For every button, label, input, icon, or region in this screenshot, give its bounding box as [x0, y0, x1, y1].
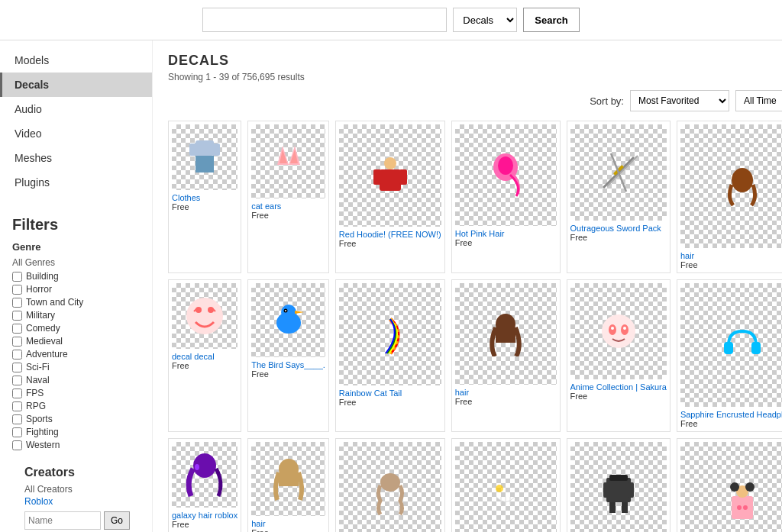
item-thumb-inner — [584, 456, 651, 524]
filter-label-sports[interactable]: Sports — [26, 414, 53, 424]
filter-label-medieval[interactable]: Medieval — [26, 336, 63, 347]
filter-label-sci-fi[interactable]: Sci-Fi — [26, 362, 50, 372]
sidebar-nav-item-meshes[interactable]: Meshes — [0, 146, 152, 170]
sidebar-nav-item-models[interactable]: Models — [0, 48, 152, 73]
item-card[interactable]: Outrageous Sword PackFree — [567, 121, 671, 273]
item-card[interactable]: cat earsFree — [247, 121, 329, 273]
svg-rect-9 — [380, 169, 401, 191]
item-name[interactable]: Outrageous Sword Pack — [570, 224, 667, 233]
item-name[interactable]: Anime Collection | Sakura — [570, 382, 667, 392]
item-thumbnail — [570, 124, 667, 221]
item-name[interactable]: Hot Pink Hair — [455, 229, 557, 238]
filter-checkbox-fighting[interactable] — [12, 427, 22, 437]
time-select[interactable]: All TimePast DayPast WeekPast MonthPast … — [735, 90, 782, 111]
sidebar-nav-item-decals[interactable]: Decals — [0, 73, 152, 97]
item-name[interactable]: hair — [251, 519, 325, 528]
item-price: Free — [680, 419, 782, 428]
filter-checkbox-sci-fi[interactable] — [12, 363, 22, 372]
item-name[interactable]: Sapphire Encrusted Headphones — [680, 410, 782, 419]
filter-item-fighting: Fighting — [12, 427, 140, 437]
filter-item-fps: FPS — [12, 388, 140, 398]
filter-label-comedy[interactable]: Comedy — [26, 323, 60, 334]
search-button[interactable]: Search — [523, 8, 579, 32]
creator-name-row: Go — [24, 511, 128, 530]
sort-select[interactable]: Most FavoritedRelevanceRecently UpdatedM… — [630, 90, 729, 111]
item-card[interactable]: decal decalFree — [168, 279, 241, 432]
filter-checkbox-fps[interactable] — [12, 389, 22, 398]
svg-rect-51 — [628, 482, 634, 498]
item-name[interactable]: Clothes — [172, 193, 238, 202]
svg-rect-50 — [603, 482, 609, 498]
item-name[interactable]: galaxy hair roblox — [172, 511, 238, 520]
filter-checkbox-rpg[interactable] — [12, 401, 22, 411]
item-name[interactable]: hair — [455, 388, 557, 397]
item-price: Free — [455, 397, 557, 406]
item-card[interactable]: hairFree — [451, 279, 561, 432]
sidebar-nav-item-audio[interactable]: Audio — [0, 97, 152, 121]
item-name[interactable]: Rainbow Cat Tail — [339, 389, 441, 398]
item-thumbnail — [455, 442, 557, 532]
filter-label-building[interactable]: Building — [26, 271, 59, 282]
sidebar-nav-item-video[interactable]: Video — [0, 121, 152, 146]
item-price: Free — [339, 398, 441, 407]
item-thumbnail — [339, 283, 441, 385]
svg-point-13 — [498, 156, 513, 175]
svg-point-35 — [623, 327, 626, 330]
item-card[interactable]: Pink Micky Mouse PJsFree — [677, 438, 782, 532]
item-card[interactable]: Shiny Teeth + Golden PupilFree — [451, 438, 561, 532]
item-thumbnail — [570, 283, 667, 379]
filter-label-rpg[interactable]: RPG — [26, 401, 46, 411]
item-card[interactable]: Anime Collection | SakuraFree — [567, 279, 671, 432]
filter-checkbox-western[interactable] — [12, 440, 22, 450]
sidebar-nav-item-plugins[interactable]: Plugins — [0, 170, 152, 195]
category-select[interactable]: ModelsDecalsAudioVideoMeshesPlugins — [453, 8, 517, 32]
filter-label-military[interactable]: Military — [26, 310, 55, 321]
item-thumb-inner — [354, 298, 426, 370]
filter-item-western: Western — [12, 440, 140, 450]
item-name[interactable]: Red Hoodie! (FREE NOW!) — [339, 230, 441, 239]
filter-checkbox-horror[interactable] — [12, 285, 22, 295]
filter-checkbox-medieval[interactable] — [12, 337, 22, 347]
item-name[interactable]: The Bird Says____. — [251, 360, 325, 369]
roblox-creator-link[interactable]: Roblox — [24, 496, 128, 507]
item-thumb-inner — [584, 298, 651, 365]
filter-label-town-and-city[interactable]: Town and City — [26, 297, 83, 308]
filter-checkbox-military[interactable] — [12, 311, 22, 321]
creator-name-input[interactable] — [24, 511, 101, 530]
filter-checkbox-naval[interactable] — [12, 376, 22, 385]
item-price: Free — [680, 260, 782, 269]
item-name[interactable]: decal decal — [172, 352, 238, 361]
item-card[interactable]: MilitaryFree — [567, 438, 671, 532]
item-card[interactable]: The Bird Says____.Free — [247, 279, 329, 432]
filter-checkbox-sports[interactable] — [12, 414, 22, 424]
item-name[interactable]: hair — [680, 251, 782, 260]
filter-checkbox-comedy[interactable] — [12, 324, 22, 334]
item-card[interactable]: Sapphire Encrusted HeadphonesFree — [677, 279, 782, 432]
item-thumbnail — [251, 124, 325, 198]
filter-label-fps[interactable]: FPS — [26, 388, 44, 398]
filter-label-adventure[interactable]: Adventure — [26, 349, 68, 360]
item-card[interactable]: Rainbow Cat TailFree — [335, 279, 445, 432]
item-card[interactable]: Hot Pink HairFree — [451, 121, 561, 273]
filter-label-naval[interactable]: Naval — [26, 375, 50, 385]
filter-label-fighting[interactable]: Fighting — [26, 427, 59, 437]
creator-go-button[interactable]: Go — [104, 511, 130, 530]
filter-label-horror[interactable]: Horror — [26, 284, 52, 295]
filter-checkbox-building[interactable] — [12, 272, 22, 282]
item-card[interactable]: Red Hoodie! (FREE NOW!)Free — [335, 121, 445, 273]
filter-checkbox-adventure[interactable] — [12, 350, 22, 360]
item-card[interactable]: hairFree — [247, 438, 329, 532]
svg-point-8 — [384, 157, 396, 169]
search-input[interactable] — [202, 8, 447, 32]
item-card[interactable]: galaxy hair robloxFree — [168, 438, 241, 532]
item-name[interactable]: cat ears — [251, 202, 325, 211]
filter-item-sports: Sports — [12, 414, 140, 424]
item-card[interactable]: hair ######Free — [335, 438, 445, 532]
svg-point-31 — [602, 314, 635, 348]
filter-checkbox-town-and-city[interactable] — [12, 298, 22, 308]
filter-label-western[interactable]: Western — [26, 440, 60, 450]
filter-item-town-and-city: Town and City — [12, 297, 140, 308]
item-thumbnail — [172, 283, 238, 349]
item-card[interactable]: hairFree — [677, 121, 782, 273]
item-card[interactable]: ClothesFree — [168, 121, 241, 273]
